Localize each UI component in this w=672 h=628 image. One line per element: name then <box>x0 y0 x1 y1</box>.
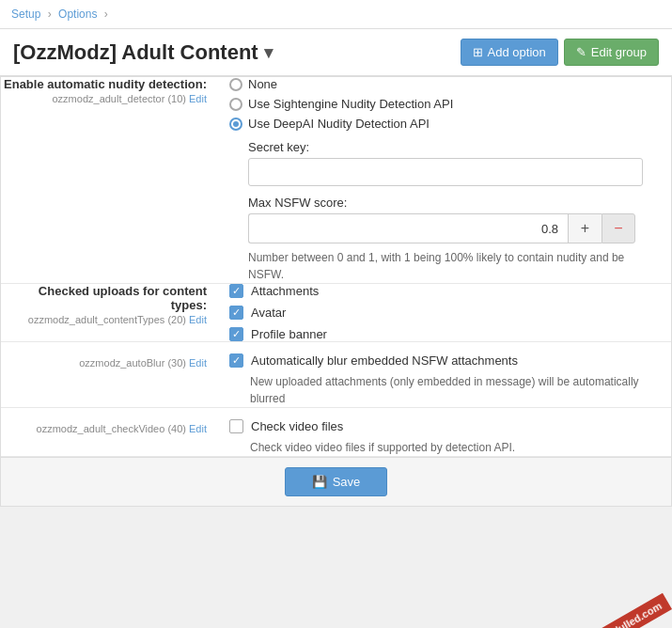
auto-blur-label-cell: ozzmodz_autoBlur (30) Edit <box>1 342 222 407</box>
content-types-label-cell: Checked uploads for content types: ozzmo… <box>1 284 222 341</box>
checkbox-check-video[interactable]: Check video files <box>229 419 671 433</box>
check-video-row: ozzmodz_adult_checkVideo (40) Edit Check… <box>1 408 671 457</box>
checkbox-profile-banner-check: ✓ <box>232 329 241 339</box>
auto-blur-control: ✓ Automatically blur embedded NSFW attac… <box>222 342 671 407</box>
radio-deepai[interactable]: Use DeepAI Nudity Detection API <box>229 117 671 131</box>
radio-deepai-input[interactable] <box>229 118 242 131</box>
nsfw-score-label: Max NSFW score: <box>248 196 671 210</box>
auto-blur-row: ozzmodz_autoBlur (30) Edit ✓ Automatical… <box>1 342 671 408</box>
secret-key-input[interactable] <box>248 158 643 186</box>
add-icon: ⊞ <box>473 45 483 59</box>
edit-icon: ✎ <box>576 45 586 59</box>
checkbox-profile-banner[interactable]: ✓ Profile banner <box>229 327 671 341</box>
auto-blur-edit-link[interactable]: Edit <box>189 357 207 369</box>
nsfw-increase-button[interactable]: + <box>568 213 602 243</box>
radio-sightengine-input[interactable] <box>229 98 242 111</box>
title-dropdown-icon[interactable]: ▾ <box>264 42 273 63</box>
checkbox-auto-blur-check: ✓ <box>232 355 241 366</box>
breadcrumb-setup[interactable]: Setup <box>11 8 40 21</box>
checkbox-avatar-box[interactable]: ✓ <box>229 306 243 320</box>
checkbox-auto-blur-label: Automatically blur embedded NSFW attachm… <box>251 353 518 368</box>
auto-blur-hint: New uploaded attachments (only embedded … <box>250 373 645 407</box>
page-header: [OzzModz] Adult Content ▾ ⊞ Add option ✎… <box>0 29 672 76</box>
edit-group-label: Edit group <box>591 45 647 59</box>
content-types-control: ✓ Attachments ✓ Avatar ✓ Profile banner <box>222 284 671 341</box>
breadcrumb-sep1: › <box>48 8 52 21</box>
content-types-meta: ozzmodz_adult_contentTypes (20) Edit <box>1 314 207 325</box>
nudity-detection-label-cell: Enable automatic nudity detection: ozzmo… <box>1 77 222 283</box>
radio-none[interactable]: None <box>229 77 671 91</box>
save-label: Save <box>333 475 361 489</box>
edit-group-button[interactable]: ✎ Edit group <box>564 39 659 66</box>
save-button[interactable]: 💾 Save <box>285 467 388 496</box>
checkbox-check-video-box[interactable] <box>229 419 243 433</box>
radio-sightengine[interactable]: Use Sightengine Nudity Detection API <box>229 97 671 111</box>
nudity-detection-meta: ozzmodz_adult_detector (10) Edit <box>1 93 207 104</box>
breadcrumb-options[interactable]: Options <box>58 8 97 21</box>
checkbox-profile-banner-label: Profile banner <box>251 327 327 341</box>
content-types-row: Checked uploads for content types: ozzmo… <box>1 284 671 342</box>
deepai-sub-fields: Secret key: Max NSFW score: 0.8 + − Numb… <box>248 140 671 283</box>
checkbox-attachments-check: ✓ <box>232 286 241 296</box>
radio-sightengine-label: Use Sightengine Nudity Detection API <box>248 97 453 111</box>
nsfw-hint: Number between 0 and 1, with 1 being 100… <box>248 249 643 283</box>
checkbox-avatar-check: ✓ <box>232 307 241 318</box>
secret-key-label: Secret key: <box>248 140 671 154</box>
content-types-edit-link[interactable]: Edit <box>189 314 207 325</box>
auto-blur-meta: ozzmodz_autoBlur (30) Edit <box>1 357 207 369</box>
checkbox-auto-blur[interactable]: ✓ Automatically blur embedded NSFW attac… <box>229 353 671 368</box>
header-buttons: ⊞ Add option ✎ Edit group <box>461 39 659 66</box>
content-types-label: Checked uploads for content types: <box>1 284 207 312</box>
check-video-meta: ozzmodz_adult_checkVideo (40) Edit <box>1 423 207 434</box>
nudity-detection-row: Enable automatic nudity detection: ozzmo… <box>1 77 671 284</box>
breadcrumb: Setup › Options › <box>0 0 672 29</box>
radio-deepai-label: Use DeepAI Nudity Detection API <box>248 117 430 131</box>
checkbox-attachments-box[interactable]: ✓ <box>229 284 243 298</box>
checkbox-attachments-label: Attachments <box>251 284 319 298</box>
check-video-label-cell: ozzmodz_adult_checkVideo (40) Edit <box>1 408 222 456</box>
nsfw-score-display: 0.8 <box>248 213 568 243</box>
save-bar: 💾 Save <box>1 457 671 506</box>
nsfw-score-field: Max NSFW score: 0.8 + − Number between 0… <box>248 196 671 283</box>
content-area: Enable automatic nudity detection: ozzmo… <box>0 76 672 507</box>
nudity-detection-edit-link[interactable]: Edit <box>189 93 207 104</box>
radio-none-input[interactable] <box>229 78 242 91</box>
secret-key-field: Secret key: <box>248 140 671 186</box>
radio-none-label: None <box>248 77 277 91</box>
add-option-button[interactable]: ⊞ Add option <box>461 39 558 66</box>
checkbox-profile-banner-box[interactable]: ✓ <box>229 327 243 341</box>
nsfw-decrease-button[interactable]: − <box>602 213 635 243</box>
save-icon: 💾 <box>312 475 327 489</box>
watermark: LoveNulled.com <box>581 593 672 628</box>
breadcrumb-sep2: › <box>104 8 108 21</box>
checkbox-avatar-label: Avatar <box>251 306 286 320</box>
nudity-radio-group: None Use Sightengine Nudity Detection AP… <box>229 77 671 131</box>
checkbox-auto-blur-box[interactable]: ✓ <box>229 353 243 368</box>
check-video-control: Check video files Check video video file… <box>222 408 671 456</box>
add-option-label: Add option <box>488 45 546 59</box>
nudity-detection-control: None Use Sightengine Nudity Detection AP… <box>222 77 671 283</box>
page-title: [OzzModz] Adult Content <box>13 40 258 65</box>
checkbox-avatar[interactable]: ✓ Avatar <box>229 306 671 320</box>
nudity-detection-label: Enable automatic nudity detection: <box>1 77 207 91</box>
content-types-checkboxes: ✓ Attachments ✓ Avatar ✓ Profile banner <box>229 284 671 341</box>
check-video-edit-link[interactable]: Edit <box>189 423 207 434</box>
checkbox-check-video-label: Check video files <box>251 419 343 433</box>
page-title-container: [OzzModz] Adult Content ▾ <box>13 40 273 65</box>
nsfw-score-row: 0.8 + − <box>248 213 671 243</box>
checkbox-attachments[interactable]: ✓ Attachments <box>229 284 671 298</box>
check-video-hint: Check video video files if supported by … <box>250 439 645 456</box>
